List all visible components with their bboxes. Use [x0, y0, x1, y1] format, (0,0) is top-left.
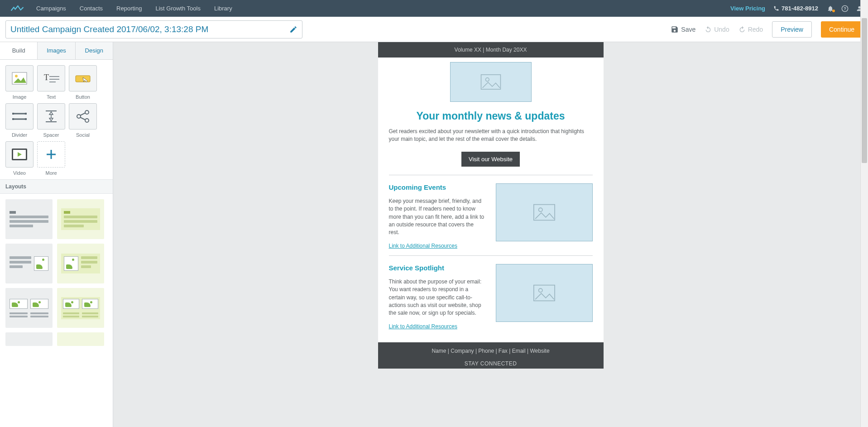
action-bar: Untitled Campaign Created 2017/06/02, 3:…: [0, 17, 868, 42]
nav-campaigns[interactable]: Campaigns: [29, 0, 73, 17]
redo-label: Redo: [748, 26, 763, 33]
edit-title-icon[interactable]: [289, 25, 297, 34]
notifications-icon[interactable]: [826, 5, 834, 13]
redo-icon: [739, 26, 746, 33]
nav-contacts[interactable]: Contacts: [73, 0, 110, 17]
nav-links: Campaigns Contacts Reporting List Growth…: [29, 0, 239, 17]
svg-text:?: ?: [844, 6, 846, 11]
nav-reporting[interactable]: Reporting: [110, 0, 149, 17]
support-phone[interactable]: 781-482-8912: [773, 5, 818, 12]
undo-label: Undo: [714, 26, 729, 33]
campaign-title-input[interactable]: Untitled Campaign Created 2017/06/02, 3:…: [5, 20, 302, 38]
phone-number: 781-482-8912: [782, 5, 818, 12]
help-icon[interactable]: ?: [841, 5, 849, 13]
top-navigation-bar: Campaigns Contacts Reporting List Growth…: [0, 0, 868, 17]
undo-button[interactable]: Undo: [705, 26, 729, 33]
continue-button[interactable]: Continue: [821, 21, 863, 38]
redo-button[interactable]: Redo: [739, 26, 763, 33]
save-icon: [671, 25, 679, 34]
page-vertical-scrollbar[interactable]: [860, 0, 868, 42]
save-button[interactable]: Save: [671, 25, 695, 34]
campaign-title-text: Untitled Campaign Created 2017/06/02, 3:…: [10, 24, 208, 34]
topbar-right: View Pricing 781-482-8912 ?: [730, 5, 863, 13]
undo-icon: [705, 26, 712, 33]
phone-icon: [773, 5, 779, 11]
view-pricing-link[interactable]: View Pricing: [730, 5, 765, 12]
save-label: Save: [681, 26, 695, 33]
nav-library[interactable]: Library: [207, 0, 239, 17]
nav-list-growth-tools[interactable]: List Growth Tools: [149, 0, 207, 17]
preview-button[interactable]: Preview: [772, 21, 812, 38]
app-logo[interactable]: [5, 5, 29, 13]
